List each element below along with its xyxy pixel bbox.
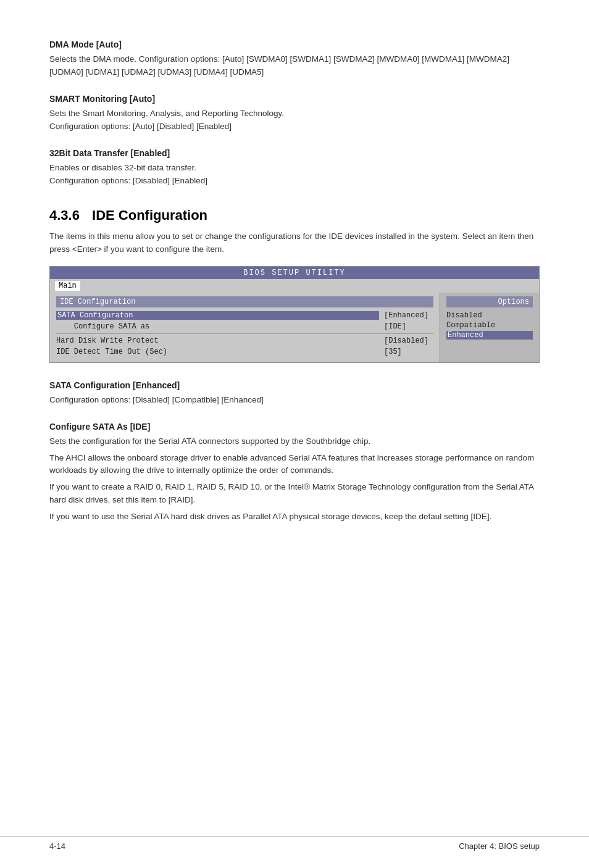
sata-config-body: Configuration options: [Disabled] [Compa… [49,394,540,407]
footer: 4-14 Chapter 4: BIOS setup [49,841,540,851]
smart-monitoring-body: Sets the Smart Monitoring, Analysis, and… [49,107,540,133]
chapter-heading: 4.3.6 IDE Configuration [49,207,540,223]
bios-row-configure-sata[interactable]: Configure SATA as [IDE] [56,322,433,331]
footer-divider [0,837,589,837]
sata-config-heading: SATA Configuration [Enhanced] [49,380,540,390]
bios-label-write-protect: Hard Disk Write Protect [56,336,379,345]
smart-monitoring-heading: SMART Monitoring [Auto] [49,94,540,104]
bios-value-sata-config: [Enhanced] [384,311,433,320]
bios-row-sata-config[interactable]: SATA Configuraton [Enhanced] [56,311,433,320]
footer-page: 4-14 [49,841,65,851]
bios-main-panel: IDE Configuration SATA Configuraton [Enh… [50,293,440,362]
bios-divider [56,333,433,334]
bios-option-compatiable: Compatiable [446,321,533,330]
bios-title-bar: BIOS SETUP UTILITY [50,267,539,279]
bios-screenshot: BIOS SETUP UTILITY Main IDE Configuratio… [49,266,540,363]
data-transfer-body: Enables or disables 32-bit data transfer… [49,162,540,188]
configure-sata-para4: If you want to use the Serial ATA hard d… [49,511,540,524]
configure-sata-heading: Configure SATA As [IDE] [49,422,540,432]
bios-content-area: IDE Configuration SATA Configuraton [Enh… [50,293,539,362]
bios-value-write-protect: [Disabled] [384,336,433,345]
chapter-number: 4.3.6 [49,207,80,223]
dma-mode-body: Selects the DMA mode. Configuration opti… [49,53,540,79]
bios-option-disabled: Disabled [446,311,533,320]
chapter-title: IDE Configuration [92,207,207,223]
configure-sata-para1: Sets the configuration for the Serial AT… [49,435,540,448]
bios-row-write-protect[interactable]: Hard Disk Write Protect [Disabled] [56,336,433,345]
bios-label-ide-detect: IDE Detect Time Out (Sec) [56,348,379,356]
bios-label-configure-sata: Configure SATA as [56,322,379,331]
configure-sata-para2: The AHCI allows the onboard storage driv… [49,452,540,478]
dma-mode-heading: DMA Mode [Auto] [49,40,540,49]
bios-sidebar-panel: Options Disabled Compatiable Enhanced [440,293,539,362]
bios-value-configure-sata: [IDE] [384,322,433,331]
bios-nav-main[interactable]: Main [55,281,80,291]
bios-sidebar-title: Options [446,296,533,307]
bios-section-title: IDE Configuration [56,296,433,307]
bios-value-ide-detect: [35] [384,348,433,356]
bios-option-enhanced: Enhanced [446,331,533,340]
chapter-intro: The items in this menu allow you to set … [49,230,540,256]
data-transfer-heading: 32Bit Data Transfer [Enabled] [49,148,540,158]
footer-chapter: Chapter 4: BIOS setup [459,841,540,851]
bios-nav-bar: Main [50,279,539,293]
configure-sata-para3: If you want to create a RAID 0, RAID 1, … [49,481,540,507]
bios-label-sata-configuraton: SATA Configuraton [56,311,379,320]
bios-row-ide-detect[interactable]: IDE Detect Time Out (Sec) [35] [56,348,433,356]
